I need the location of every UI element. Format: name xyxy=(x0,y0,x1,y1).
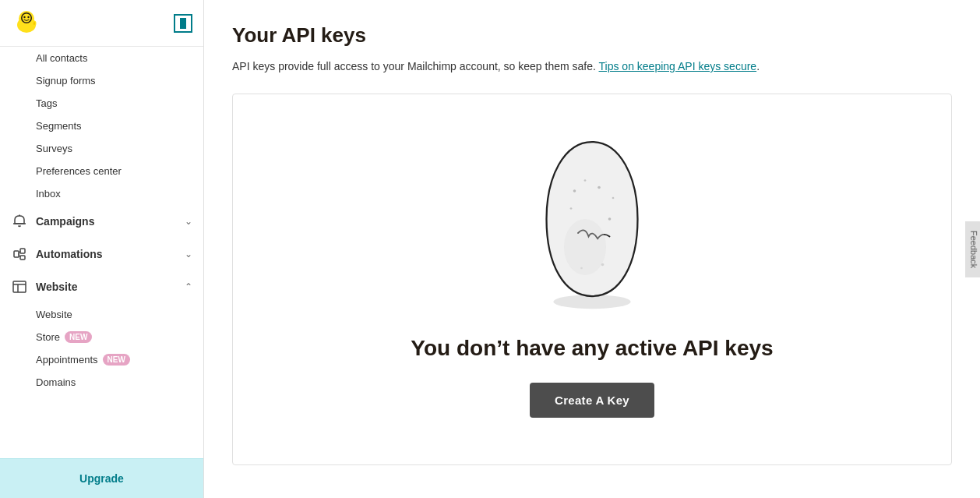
sidebar-item-tags[interactable]: Tags xyxy=(0,92,203,115)
sidebar-toggle[interactable] xyxy=(174,14,192,33)
mailchimp-logo[interactable] xyxy=(11,8,42,39)
appointments-new-badge: New xyxy=(103,354,130,366)
sidebar-item-inbox[interactable]: Inbox xyxy=(0,182,203,205)
sidebar-item-appointments[interactable]: Appointments New xyxy=(0,348,203,371)
svg-point-22 xyxy=(570,207,573,210)
campaigns-header[interactable]: Campaigns ⌄ xyxy=(0,205,203,238)
sidebar-header xyxy=(0,0,203,47)
page-description: API keys provide full access to your Mai… xyxy=(232,58,952,75)
sidebar-item-store[interactable]: Store New xyxy=(0,326,203,348)
create-key-button[interactable]: Create A Key xyxy=(530,383,654,418)
automations-chevron: ⌄ xyxy=(185,249,192,260)
svg-rect-14 xyxy=(13,281,26,292)
section-campaigns: Campaigns ⌄ xyxy=(0,205,203,238)
svg-point-5 xyxy=(27,16,29,17)
api-keys-link[interactable]: Tips on keeping API keys secure xyxy=(599,60,757,72)
api-keys-empty-state: You don’t have any active API keys Creat… xyxy=(232,94,952,465)
section-website: Website ⌃ Website Store New Appointments… xyxy=(0,270,203,394)
sidebar-item-segments[interactable]: Segments xyxy=(0,115,203,137)
sidebar-item-signup-forms[interactable]: Signup forms xyxy=(0,69,203,92)
svg-point-4 xyxy=(23,16,25,17)
section-automations: Automations ⌄ xyxy=(0,238,203,270)
svg-point-20 xyxy=(598,186,601,189)
egg-illustration xyxy=(522,125,662,313)
svg-point-18 xyxy=(573,189,576,192)
contacts-children: All contacts Signup forms Tags Segments … xyxy=(0,47,203,205)
sidebar: All contacts Signup forms Tags Segments … xyxy=(0,0,204,498)
sidebar-navigation: All contacts Signup forms Tags Segments … xyxy=(0,47,203,498)
website-chevron: ⌃ xyxy=(185,281,192,292)
sidebar-item-preferences-center[interactable]: Preferences center xyxy=(0,160,203,182)
feedback-tab[interactable]: Feedback xyxy=(965,221,980,277)
upgrade-link[interactable]: Upgrade xyxy=(79,472,124,485)
upgrade-section: Upgrade xyxy=(0,458,203,498)
automations-header[interactable]: Automations ⌄ xyxy=(0,238,203,270)
automations-icon xyxy=(11,245,28,263)
svg-point-23 xyxy=(608,217,612,221)
campaigns-icon xyxy=(11,213,28,230)
main-content: Your API keys API keys provide full acce… xyxy=(204,0,980,498)
svg-point-26 xyxy=(564,219,606,275)
sidebar-item-all-contacts[interactable]: All contacts xyxy=(0,47,203,69)
svg-point-19 xyxy=(584,179,587,182)
svg-point-21 xyxy=(612,197,615,200)
sidebar-item-domains[interactable]: Domains xyxy=(0,371,203,394)
store-new-badge: New xyxy=(65,331,92,343)
campaigns-chevron: ⌄ xyxy=(185,216,192,227)
empty-state-title: You don’t have any active API keys xyxy=(411,336,773,361)
page-title: Your API keys xyxy=(232,23,952,48)
svg-rect-9 xyxy=(14,251,19,257)
svg-point-7 xyxy=(33,22,35,25)
website-header[interactable]: Website ⌃ xyxy=(0,270,203,303)
sidebar-item-surveys[interactable]: Surveys xyxy=(0,137,203,160)
svg-rect-11 xyxy=(20,256,25,260)
sidebar-item-website[interactable]: Website xyxy=(0,303,203,326)
website-icon xyxy=(11,278,28,295)
svg-rect-10 xyxy=(20,249,25,253)
website-children: Website Store New Appointments New Domai… xyxy=(0,303,203,394)
